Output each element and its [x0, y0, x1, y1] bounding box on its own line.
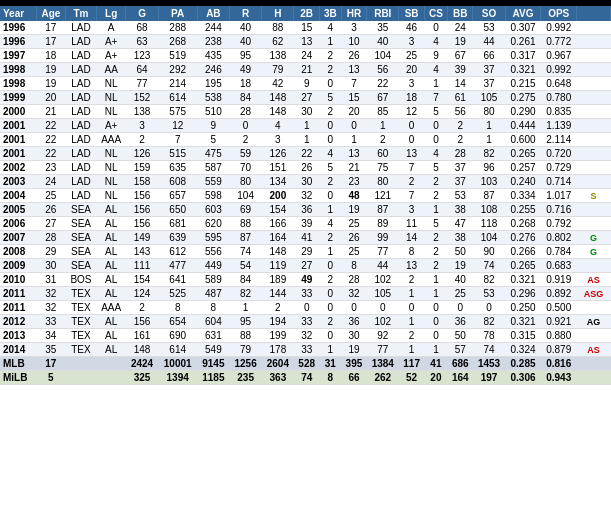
cell-hr: 19: [341, 343, 366, 357]
cell-g: 77: [126, 77, 158, 91]
cell-ab: 598: [197, 189, 229, 203]
cell-h: 148: [262, 91, 294, 105]
cell-badge: [577, 35, 611, 49]
cell-h: 42: [262, 77, 294, 91]
cell-rbi: 87: [367, 203, 399, 217]
cell-bb: 47: [448, 217, 473, 231]
cell-so: 1453: [473, 357, 505, 371]
cell-ops: 0.648: [541, 77, 577, 91]
cell-ops: 1.139: [541, 119, 577, 133]
cell-rbi: 75: [367, 161, 399, 175]
cell-badge: [577, 357, 611, 371]
cell-g: 154: [126, 273, 158, 287]
cell-2b: 49: [294, 273, 319, 287]
cell-age: 23: [36, 161, 65, 175]
cell-cs: 1: [424, 273, 447, 287]
cell-age: 17: [36, 357, 65, 371]
cell-rbi: 92: [367, 329, 399, 343]
table-row: 201031BOSAL15464158984189492281022140820…: [0, 273, 611, 287]
cell-bb: 40: [448, 273, 473, 287]
cell-ops: 0.879: [541, 343, 577, 357]
cell-avg: 0.261: [505, 35, 541, 49]
col-header-r: R: [229, 6, 261, 21]
cell-so: 118: [473, 217, 505, 231]
table-row: 200930SEAAL1114774495411927084413219740.…: [0, 259, 611, 273]
cell-2b: 1: [294, 133, 319, 147]
cell-age: 22: [36, 133, 65, 147]
cell-g: 159: [126, 161, 158, 175]
cell-r: 40: [229, 35, 261, 49]
cell-hr: 1: [341, 133, 366, 147]
cell-bb: 164: [448, 371, 473, 385]
cell-h: 119: [262, 259, 294, 273]
cell-r: 79: [229, 343, 261, 357]
cell-age: 29: [36, 245, 65, 259]
cell-3b: 2: [319, 49, 341, 63]
cell-2b: 33: [294, 343, 319, 357]
cell-lg: A+: [96, 49, 126, 63]
cell-hr: 395: [341, 357, 366, 371]
cell-3b: 1: [319, 343, 341, 357]
col-header-rbi: RBI: [367, 6, 399, 21]
cell-hr: 20: [341, 105, 366, 119]
cell-g: 156: [126, 189, 158, 203]
cell-hr: 26: [341, 49, 366, 63]
cell-ops: 0.880: [541, 329, 577, 343]
cell-year: 2004: [0, 189, 36, 203]
cell-ops: 0.816: [541, 357, 577, 371]
cell-year: 2006: [0, 217, 36, 231]
cell-cs: 7: [424, 91, 447, 105]
cell-age: 20: [36, 91, 65, 105]
cell-tm: LAD: [66, 63, 97, 77]
cell-sb: 18: [399, 91, 424, 105]
cell-pa: 515: [158, 147, 197, 161]
cell-pa: 7: [158, 133, 197, 147]
cell-age: 25: [36, 189, 65, 203]
cell-g: 68: [126, 21, 158, 35]
cell-year: 1998: [0, 77, 36, 91]
cell-age: 22: [36, 119, 65, 133]
cell-cs: 0: [424, 301, 447, 315]
cell-g: 123: [126, 49, 158, 63]
col-header-ops: OPS: [541, 6, 577, 21]
cell-lg: AL: [96, 329, 126, 343]
cell-year: 2003: [0, 175, 36, 189]
cell-age: 24: [36, 175, 65, 189]
cell-sb: 1: [399, 315, 424, 329]
cell-sb: 20: [399, 63, 424, 77]
cell-badge: AS: [577, 273, 611, 287]
cell-year: 2011: [0, 287, 36, 301]
cell-age: 22: [36, 147, 65, 161]
cell-ops: 0.772: [541, 35, 577, 49]
cell-3b: 0: [319, 77, 341, 91]
cell-g: 325: [126, 371, 158, 385]
cell-pa: 639: [158, 231, 197, 245]
cell-bb: 24: [448, 21, 473, 35]
cell-badge: [577, 161, 611, 175]
cell-year: 2011: [0, 301, 36, 315]
cell-bb: 36: [448, 315, 473, 329]
cell-cs: 9: [424, 49, 447, 63]
table-row: 200122LADA+312904100100210.4441.139: [0, 119, 611, 133]
cell-lg: AL: [96, 259, 126, 273]
cell-tm: LAD: [66, 161, 97, 175]
cell-bb: 38: [448, 203, 473, 217]
table-row: 200829SEAAL1436125567414829125778250900.…: [0, 245, 611, 259]
cell-age: 34: [36, 329, 65, 343]
cell-ops: 0.784: [541, 245, 577, 259]
cell-pa: 214: [158, 77, 197, 91]
cell-rbi: 1: [367, 119, 399, 133]
cell-badge: [577, 133, 611, 147]
stats-table: YearAgeTmLgGPAABRH2B3BHRRBISBCSBBSOAVGOP…: [0, 6, 611, 385]
cell-cs: 4: [424, 63, 447, 77]
table-row: 200122LADAAA27523101200210.6002.114: [0, 133, 611, 147]
cell-tm: BOS: [66, 273, 97, 287]
cell-cs: 1: [424, 287, 447, 301]
cell-cs: 1: [424, 203, 447, 217]
cell-ab: 510: [197, 105, 229, 119]
cell-badge: S: [577, 189, 611, 203]
cell-cs: 2: [424, 175, 447, 189]
cell-tm: LAD: [66, 119, 97, 133]
cell-ops: 0.714: [541, 175, 577, 189]
cell-badge: [577, 203, 611, 217]
